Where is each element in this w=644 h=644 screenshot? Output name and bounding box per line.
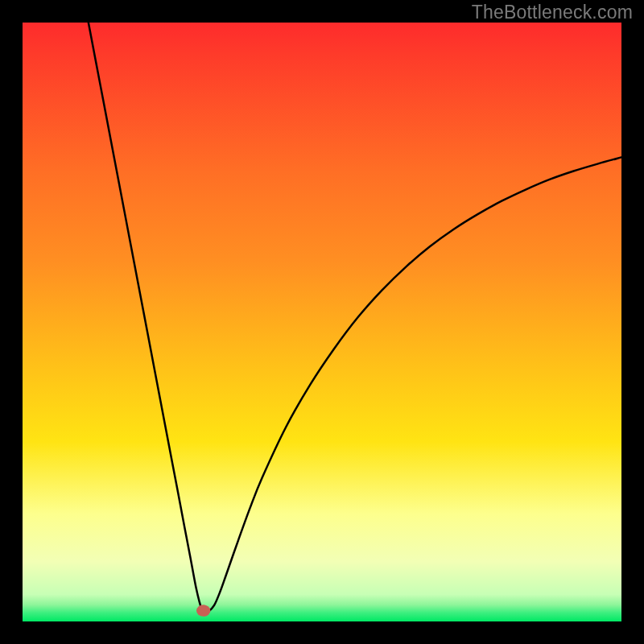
watermark-text: TheBottleneck.com [472,2,633,23]
chart-frame: TheBottleneck.com [0,0,644,644]
chart-background [23,23,621,621]
optimal-point-marker [196,605,210,617]
bottleneck-chart [0,0,644,644]
